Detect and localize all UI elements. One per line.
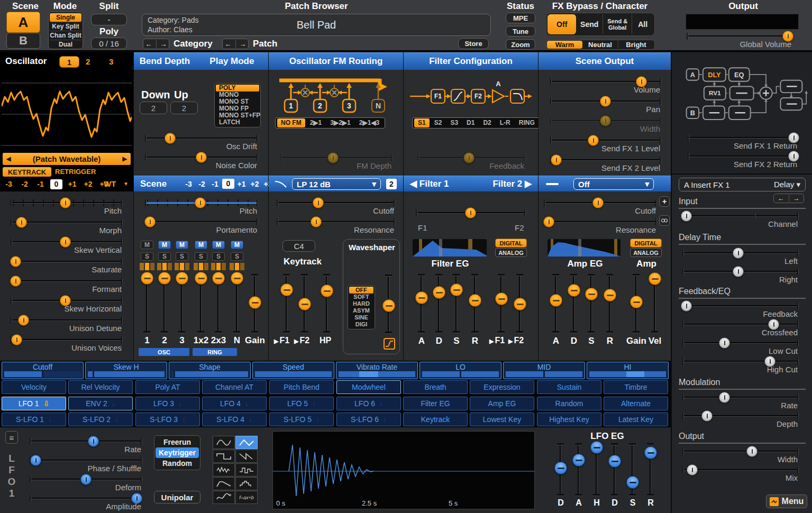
scene-volume-slider[interactable]: Volume (551, 76, 660, 94)
scene-oct--3[interactable]: -3 (183, 180, 195, 188)
mod-source-latest-key[interactable]: Latest Key (604, 413, 668, 426)
mixer-mute-2x3[interactable]: M (212, 241, 225, 249)
osc-oct--2[interactable]: -2 (19, 180, 31, 188)
scene-oct-+1[interactable]: +1 (235, 180, 248, 188)
lfo-shape-square[interactable] (213, 450, 235, 463)
lfo-eg-hold[interactable] (589, 443, 604, 496)
mod-target-cutoff[interactable]: Cutoff (2, 362, 84, 379)
fm-mode-2to1from3[interactable]: 2▶1◀3 (355, 118, 383, 127)
mod-source-channel-at[interactable]: Channel AT (202, 380, 267, 394)
mod-source-sustain[interactable]: Sustain (537, 380, 601, 394)
lfo-trigger-keytrigger[interactable]: Keytrigger (156, 447, 199, 458)
lfo-trigger-freerun[interactable]: Freerun (156, 437, 199, 447)
filter-eg-sustain[interactable] (449, 274, 464, 333)
osc-oct-+1[interactable]: +1 (66, 180, 78, 188)
lfo-unipolar-button[interactable]: Unipolar (154, 491, 200, 503)
lfo-trigger-random[interactable]: Random (156, 458, 199, 469)
character-bright[interactable]: Bright (618, 41, 654, 49)
filter2-link-button[interactable] (659, 215, 670, 226)
mod-target-hi[interactable]: HI (587, 362, 669, 379)
lfo-eg-sustain[interactable] (625, 443, 640, 496)
lfo-deform-slider[interactable]: Deform (31, 474, 141, 492)
mod-source-lowest-key[interactable]: Lowest Key (470, 413, 534, 426)
waveshaper-sine[interactable]: SINE (349, 314, 373, 321)
mod-source-alternate[interactable]: Alternate (604, 397, 668, 410)
lfo-eg-attack[interactable] (571, 443, 586, 496)
lfo-shape-sample-hold[interactable] (235, 463, 258, 477)
amp-eg-display[interactable] (548, 239, 621, 256)
mod-source-env2[interactable]: ENV 2↓ (68, 397, 133, 410)
wavetable-display[interactable] (2, 79, 132, 152)
osc-formant-slider[interactable]: Formant (12, 276, 122, 294)
scene-oct-0[interactable]: 0 (222, 179, 234, 189)
category-next-icon[interactable]: → (156, 40, 167, 48)
fx-slot-header[interactable]: A Insert FX 1 Delay ▾ (679, 178, 806, 191)
scene-oct--2[interactable]: -2 (196, 180, 208, 188)
mod-source-lfo5[interactable]: LFO 5↓ (269, 397, 334, 410)
mod-target-vibrato-rate[interactable]: Vibrato Rate (336, 362, 418, 379)
mixer-route-1[interactable] (140, 263, 154, 270)
mod-source-slfo4[interactable]: S-LFO 4↓ (202, 413, 267, 426)
mod-source-pitch-bend[interactable]: Pitch Bend (269, 380, 334, 394)
fm-depth-slider[interactable]: FM Depth (281, 152, 391, 170)
mod-source-highest-key[interactable]: Highest Key (537, 413, 601, 426)
lfo-eg-delay[interactable] (553, 443, 568, 496)
mod-source-poly-at[interactable]: Poly AT (135, 380, 200, 394)
mod-source-modwheel[interactable]: Modwheel (336, 380, 401, 394)
keytrack-toggle[interactable]: KEYTRACK (3, 167, 51, 177)
tune-button[interactable]: Tune (506, 26, 535, 36)
bend-down-value[interactable]: 2 (140, 102, 167, 114)
character-warm[interactable]: Warm (547, 41, 582, 49)
amp-eg-decay[interactable] (567, 274, 581, 333)
lfo-shape-saw[interactable] (235, 450, 258, 463)
scene-a-button[interactable]: A (6, 12, 40, 33)
mixer-level-2x3[interactable] (211, 274, 226, 333)
amp-eg-release[interactable] (603, 274, 617, 333)
osc-unison-voices-slider[interactable]: Unison Voices (12, 334, 122, 352)
patch-next-icon[interactable]: → (235, 40, 247, 48)
amp-eg-analog[interactable]: ANALOG (630, 248, 662, 257)
patch-nav-arrows[interactable]: ← → (222, 39, 249, 49)
osc-type-caret-icon[interactable]: ▼ (123, 181, 129, 187)
category-nav-arrows[interactable]: ← → (143, 39, 169, 49)
osc-saturate-slider[interactable]: Saturate (12, 256, 122, 274)
mpe-button[interactable]: MPE (506, 13, 535, 23)
mod-source-lfo1[interactable]: LFO 1⇩ (2, 397, 66, 410)
mode-chan-split[interactable]: Chan Split (50, 31, 81, 40)
mod-source-keytrack[interactable]: Keytrack (403, 413, 468, 426)
mixer-solo-2[interactable]: S (158, 252, 171, 261)
lfo-shape-mseg[interactable] (213, 491, 235, 504)
mod-source-rel-velocity[interactable]: Rel Velocity (68, 380, 133, 394)
play-mode-latch[interactable]: LATCH (216, 119, 259, 126)
filter-eg-to-f2[interactable] (513, 274, 527, 333)
waveshaper-drive-slider[interactable] (381, 274, 396, 334)
mixer-solo-1[interactable]: S (141, 252, 153, 261)
mod-source-filter-eg[interactable]: Filter EG (403, 397, 468, 410)
fm-mode-nofm[interactable]: NO FM (277, 118, 305, 127)
mod-source-velocity[interactable]: Velocity (2, 380, 66, 394)
filter-config-s3[interactable]: S3 (446, 118, 462, 127)
amp-gain-slider[interactable] (629, 274, 644, 333)
character-neutral[interactable]: Neutral (582, 41, 618, 49)
keytrack-f2-slider[interactable] (297, 274, 312, 333)
mixer-mute-n[interactable]: M (231, 241, 243, 249)
scene-oct-+2[interactable]: +2 (249, 180, 261, 188)
mod-target-shape[interactable]: Shape (169, 362, 251, 379)
osc-skew-vertical-slider[interactable]: Skew Vertical (12, 236, 122, 254)
filter-config-s2[interactable]: S2 (431, 118, 446, 127)
noise-color-slider[interactable]: Noise Color (146, 152, 257, 170)
fx-type-select[interactable]: Delay ▾ (774, 180, 800, 189)
mixer-solo-n[interactable]: S (231, 252, 243, 261)
osc-pitch-slider[interactable]: Pitch (12, 197, 122, 215)
osc-drift-slider[interactable]: Osc Drift (146, 133, 257, 151)
mixer-level-3[interactable] (175, 274, 189, 333)
waveshaper-analyze-icon[interactable] (384, 338, 395, 350)
keytrack-hp-slider[interactable] (320, 274, 334, 333)
fm-routing-diagram[interactable]: 1 2 3 N (275, 75, 397, 117)
lfo-rate-slider[interactable]: Rate (31, 436, 141, 454)
category-prev-icon[interactable]: ← (145, 40, 152, 48)
lfo-shape-noise[interactable] (213, 463, 235, 477)
mod-source-lfo4[interactable]: LFO 4↓ (202, 397, 267, 410)
filter-balance-slider[interactable] (417, 207, 525, 225)
filter-eg-release[interactable] (468, 274, 482, 333)
